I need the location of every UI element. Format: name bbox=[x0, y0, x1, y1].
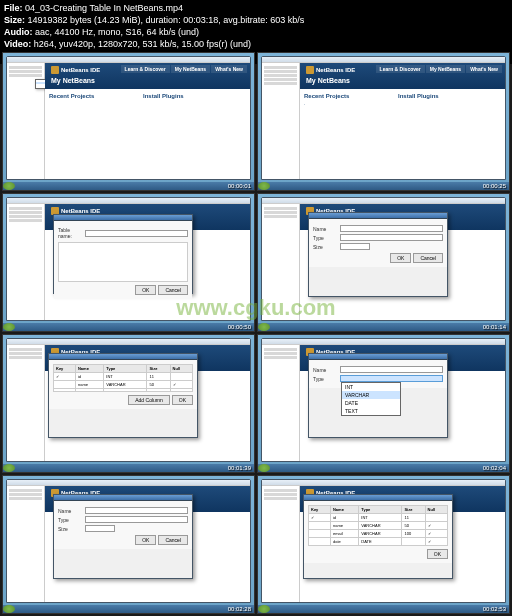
project-sidebar bbox=[7, 63, 45, 179]
add-column-dialog[interactable]: Name Type Size OKCancel bbox=[308, 212, 448, 297]
ok-button[interactable]: OK bbox=[135, 285, 156, 295]
thumbnail-6: NetBeans IDE Name Type INTVARCHARDATETEX… bbox=[257, 334, 510, 473]
type-dropdown-dialog[interactable]: Name Type INTVARCHARDATETEXT bbox=[308, 353, 448, 438]
thumbnail-grid: NetBeans IDE Learn & DiscoverMy NetBeans… bbox=[0, 50, 512, 616]
taskbar bbox=[3, 182, 254, 190]
type-options[interactable]: INTVARCHARDATETEXT bbox=[341, 382, 401, 416]
columns-table-dialog[interactable]: KeyNameTypeSizeNull ✓idINT11 nameVARCHAR… bbox=[48, 353, 198, 438]
thumbnail-5: NetBeans IDE KeyNameTypeSizeNull ✓idINT1… bbox=[2, 334, 255, 473]
thumbnail-3: NetBeans IDE Table name: OKCancel 00:00:… bbox=[2, 193, 255, 332]
columns-table[interactable]: KeyNameTypeSizeNull ✓idINT11 nameVARCHAR… bbox=[53, 364, 193, 392]
timestamp: 00:00:01 bbox=[228, 183, 251, 189]
type-dropdown[interactable] bbox=[340, 375, 443, 382]
create-table-dialog[interactable]: Table name: OKCancel bbox=[53, 214, 193, 294]
table-name-input[interactable] bbox=[85, 230, 188, 237]
thumbnail-8: NetBeans IDE KeyNameTypeSizeNull ✓idINT1… bbox=[257, 475, 510, 614]
thumbnail-4: NetBeans IDE Name Type Size OKCancel 00:… bbox=[257, 193, 510, 332]
thumbnail-1: NetBeans IDE Learn & DiscoverMy NetBeans… bbox=[2, 52, 255, 191]
thumbnail-2: NetBeans IDE Learn & DiscoverMy NetBeans… bbox=[257, 52, 510, 191]
ide-window: NetBeans IDE Learn & DiscoverMy NetBeans… bbox=[6, 56, 251, 180]
cancel-button[interactable]: Cancel bbox=[158, 285, 188, 295]
netbeans-banner: NetBeans IDE Learn & DiscoverMy NetBeans… bbox=[45, 63, 250, 89]
thumbnail-7: NetBeans IDE Name Type Size OKCancel 00:… bbox=[2, 475, 255, 614]
